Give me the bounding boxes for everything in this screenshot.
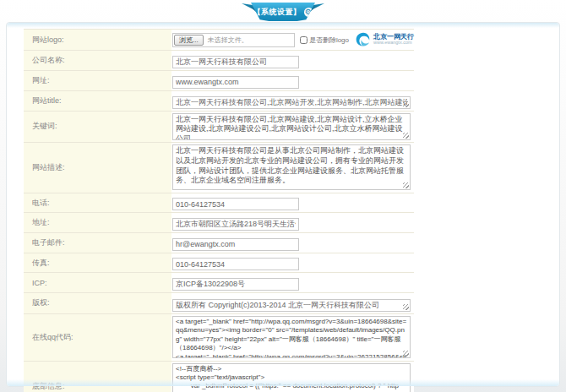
website-url-input[interactable]: [172, 76, 299, 89]
form-row-company-name: 公司名称:: [24, 51, 414, 71]
form-row-site-title: 网站title:: [24, 90, 414, 111]
site-description-textarea[interactable]: 北京一网天行科技有限公司是从事北京公司网站制作，北京网站建设以及北京网站开发的北…: [172, 144, 411, 190]
field-label: 在线qq代码:: [24, 313, 171, 361]
site-title-input[interactable]: [172, 96, 411, 109]
field-label: 网址:: [24, 71, 171, 91]
form-row-footer-info: 底部信息: <!--百度商桥--> <script type="text/jav…: [24, 361, 414, 392]
company-name-input[interactable]: [172, 56, 299, 68]
browse-button[interactable]: 浏览...: [174, 35, 204, 46]
no-file-text: 未选择文件。: [208, 35, 248, 45]
footer-info-textarea[interactable]: <!--百度商桥--> <script type="text/javascrip…: [172, 363, 411, 392]
settings-panel: 网站logo: 浏览... 未选择文件。 是否删除logo: [6, 22, 560, 387]
keywords-textarea[interactable]: 北京一网天行科技有限公司,北京网站建设,北京网站设计,立水桥企业网站建设,北京网…: [172, 113, 411, 140]
form-row-qq-code: 在线qq代码: <a target="_blank" href="http://…: [24, 313, 414, 361]
field-label: 网站title:: [24, 90, 171, 111]
form-row-copyright: 版权:: [24, 293, 414, 313]
form-row-keywords: 关键词: 北京一网天行科技有限公司,北京网站建设,北京网站设计,立水桥企业网站建…: [24, 111, 414, 142]
field-label: 电话:: [24, 193, 171, 213]
field-label: 传真:: [24, 253, 171, 273]
form-row-phone: 电话:: [24, 193, 414, 213]
page-title-ribbon: 【系统设置】 ⚙: [242, 3, 324, 21]
logo-url-text: www.ewangtx.com: [373, 41, 414, 46]
field-label: 版权:: [24, 293, 171, 313]
page-title: 【系统设置】 ⚙: [251, 3, 315, 21]
field-label: 电子邮件:: [24, 233, 171, 253]
address-input[interactable]: [172, 218, 299, 231]
form-row-fax: 传真:: [24, 253, 414, 273]
settings-form: 网站logo: 浏览... 未选择文件。 是否删除logo: [24, 29, 414, 392]
field-label: 关键词:: [24, 111, 171, 142]
field-label: 公司名称:: [24, 51, 171, 71]
form-row-website-url: 网址:: [24, 71, 414, 91]
field-label: ICP:: [24, 273, 171, 293]
qq-code-textarea[interactable]: <a target="_blank" href="http://wpa.qq.c…: [172, 316, 411, 358]
company-logo: 北京一网天行 www.ewangtx.com: [355, 31, 414, 48]
delete-logo-label: 是否删除logo: [309, 35, 349, 45]
form-row-logo: 网站logo: 浏览... 未选择文件。 是否删除logo: [24, 30, 414, 51]
icp-input[interactable]: [172, 278, 299, 291]
phone-input[interactable]: [172, 198, 299, 210]
form-row-icp: ICP:: [24, 273, 414, 293]
gear-icon[interactable]: ⚙: [304, 8, 313, 17]
delete-logo-checkbox[interactable]: [300, 36, 307, 44]
form-row-email: 电子邮件:: [24, 233, 414, 253]
email-input[interactable]: [172, 238, 299, 251]
logo-swirl-icon: [355, 31, 372, 48]
fax-input[interactable]: [172, 258, 299, 270]
copyright-input[interactable]: [172, 299, 411, 312]
field-label: 网站描述:: [24, 142, 171, 193]
form-row-address: 地址:: [24, 213, 414, 233]
field-label: 底部信息:: [24, 361, 171, 392]
field-label: 网站logo:: [24, 30, 171, 51]
page-title-text: 【系统设置】: [253, 7, 302, 18]
logo-file-input[interactable]: 浏览... 未选择文件。: [172, 33, 295, 47]
field-label: 地址:: [24, 213, 171, 233]
form-row-site-description: 网站描述: 北京一网天行科技有限公司是从事北京公司网站制作，北京网站建设以及北京…: [24, 142, 414, 193]
